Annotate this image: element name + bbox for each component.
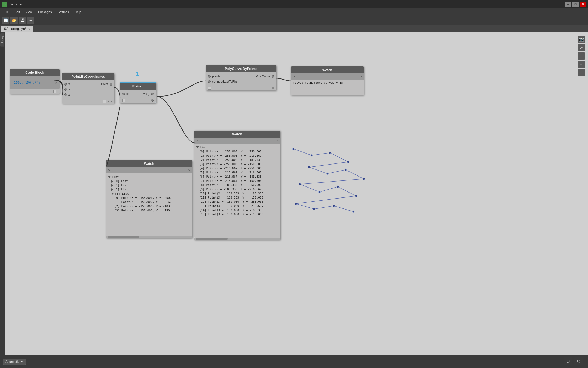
app-icon: D xyxy=(2,2,7,7)
svg-point-10 xyxy=(337,186,339,188)
canvas[interactable]: 1 Code Block -250..-150..#4; > Point.ByC… xyxy=(5,32,588,355)
3d-view-button[interactable]: ⬡ xyxy=(574,357,583,365)
info-button[interactable]: i xyxy=(578,69,585,76)
watch-bl-list: List[0] List[1] List[2] List[3] List[0] … xyxy=(108,175,190,212)
watch-bl-scrollbar[interactable] xyxy=(106,236,192,238)
svg-point-12 xyxy=(295,203,297,205)
list-item: [2] List xyxy=(108,187,190,191)
node-codeblock: Code Block -250..-150..#4; > xyxy=(10,69,60,94)
codeblock-checkbox[interactable] xyxy=(53,90,56,93)
svg-point-6 xyxy=(345,169,347,171)
port-z-dot xyxy=(64,93,67,96)
pointbycoord-footer: xxx xyxy=(62,99,114,104)
watch-bl-right-arrow: > xyxy=(188,168,190,172)
new-button[interactable]: 📄 xyxy=(2,17,9,24)
watch-bl-port-bar: > > xyxy=(106,167,192,173)
list-item: [6] Point(X = -216.667, Y = -183.333 xyxy=(196,174,278,179)
flatten-port-row: list var[] xyxy=(120,91,156,97)
list-item: [1] List xyxy=(108,183,190,187)
close-button[interactable]: ✕ xyxy=(580,2,586,7)
undo-button[interactable]: ↩ xyxy=(27,17,34,24)
list-item: [5] Point(X = -216.667, Y = -216.667 xyxy=(196,170,278,174)
svg-point-7 xyxy=(363,178,365,180)
pointbycoord-header: Point.ByCoordinates xyxy=(62,73,114,80)
tab-lacing[interactable]: 6.1-Lacing.dyn* ✕ xyxy=(1,26,33,32)
watch-top-right-arrow: > xyxy=(360,75,362,78)
sidebar: Library xyxy=(0,32,5,355)
list-item: [3] List xyxy=(108,191,190,196)
list-item: [4] Point(X = -216.667, Y = -250.000 xyxy=(196,166,278,170)
watch-mid-left-arrow: > xyxy=(196,139,198,143)
port-out-dot xyxy=(110,83,112,86)
list-item: [11] Point(X = -183.333, Y = -150.000 xyxy=(196,195,278,200)
polycurve-points-dot xyxy=(208,75,211,78)
list-item: [2] Point(X = -150.000, Y = -183. xyxy=(108,204,190,208)
port-y: y xyxy=(62,87,114,92)
flatten-number-label: 1 xyxy=(136,70,139,77)
menu-item-file[interactable]: File xyxy=(1,9,11,15)
list-item: [0] Point(X = -150.000, Y = -250. xyxy=(108,196,190,200)
watch-mid-scrollbar[interactable] xyxy=(194,238,280,240)
menu-item-packages[interactable]: Packages xyxy=(36,9,55,15)
menu-item-help[interactable]: Help xyxy=(72,9,84,15)
maximize-button[interactable]: □ xyxy=(572,2,579,7)
polycurve-header: PolyCurve.ByPoints xyxy=(206,65,276,72)
titlebar: D Dynamo – □ ✕ xyxy=(0,0,588,8)
list-item: [0] List xyxy=(108,179,190,183)
svg-point-3 xyxy=(347,161,349,163)
port-z: z xyxy=(62,92,114,97)
close-tab-icon[interactable]: ✕ xyxy=(27,27,30,31)
svg-point-4 xyxy=(308,166,310,168)
svg-point-14 xyxy=(333,205,335,207)
watch-mid-right-arrow: > xyxy=(276,139,278,143)
watch-top-port-bar: > > xyxy=(291,73,364,80)
fit-button[interactable]: ⤢ xyxy=(578,44,585,51)
pointbycoord-checkbox[interactable] xyxy=(103,100,106,103)
window-controls: – □ ✕ xyxy=(565,2,586,7)
menu-item-view[interactable]: View xyxy=(23,9,35,15)
polycurve-out-label: PolyCurve xyxy=(241,75,270,78)
flatten-out-dot xyxy=(151,93,154,95)
watch-top-header: Watch xyxy=(291,66,364,73)
minimize-button[interactable]: – xyxy=(565,2,571,7)
port-x: x Point xyxy=(62,82,114,87)
library-tab[interactable]: Library xyxy=(0,33,4,47)
list-item: [12] Point(X = -150.000, Y = -250.000 xyxy=(196,200,278,204)
tab-label: 6.1-Lacing.dyn* xyxy=(4,27,26,31)
menu-item-edit[interactable]: Edit xyxy=(12,9,22,15)
watch-mid-header: Watch xyxy=(194,131,280,138)
codeblock-code: -250..-150..#4; xyxy=(12,81,40,84)
screenshot-button[interactable]: 📷 xyxy=(578,36,585,43)
flatten-in-label: list xyxy=(126,92,138,96)
svg-point-15 xyxy=(352,211,354,213)
execution-mode-dropdown[interactable]: Automatic ▼ xyxy=(3,359,26,365)
list-item: [1] Point(X = -250.000, Y = -216.667 xyxy=(196,154,278,158)
watch-bl-header: Watch xyxy=(106,160,192,167)
list-item: List xyxy=(196,145,278,149)
polycurve-extra-dot xyxy=(272,87,274,89)
save-button[interactable]: 💾 xyxy=(19,17,26,24)
graph-view-button[interactable]: ⬡ xyxy=(564,357,572,365)
watch-mid-scrollbar-thumb xyxy=(196,238,228,240)
zoom-out-button[interactable]: − xyxy=(578,61,585,68)
graph-svg xyxy=(286,141,369,214)
port-x-dot xyxy=(64,83,67,86)
polycurve-port-points: points PolyCurve xyxy=(206,74,276,79)
svg-point-0 xyxy=(292,148,294,150)
node-watch-top: Watch > > PolyCurve(NumberOfCurves = 15) xyxy=(291,66,364,95)
flatten-checkbox[interactable] xyxy=(122,99,125,102)
svg-point-8 xyxy=(299,183,301,185)
flatten-header: Flatten xyxy=(120,83,156,90)
toolbar: 📄 📂 💾 ↩ xyxy=(0,16,588,25)
watch-bl-content: List[0] List[1] List[2] List[3] List[0] … xyxy=(106,173,192,236)
graph-viz xyxy=(286,141,369,214)
menu-item-settings[interactable]: Settings xyxy=(55,9,72,15)
pointbycoord-footer-label: xxx xyxy=(108,100,113,103)
open-button[interactable]: 📂 xyxy=(10,17,18,24)
polycurve-checkbox[interactable] xyxy=(208,87,211,90)
flatten-extra-dot xyxy=(151,99,154,102)
zoom-in-button[interactable]: + xyxy=(578,52,585,60)
watch-bl-scrollbar-thumb xyxy=(108,236,139,238)
port-y-dot xyxy=(64,88,67,91)
list-item: [3] Point(X = -150.000, Y = -150. xyxy=(108,208,190,212)
